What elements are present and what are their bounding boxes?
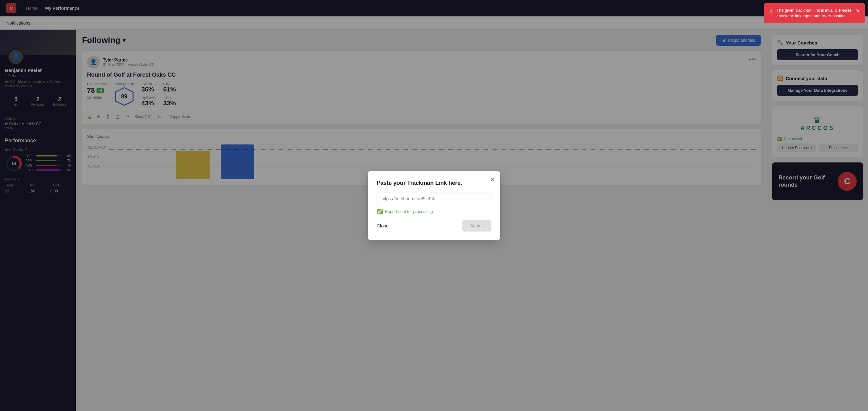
trackman-modal: Paste your Trackman Link here. ✕ ✅ Repor… bbox=[368, 171, 500, 240]
success-check-icon: ✅ bbox=[377, 209, 383, 215]
modal-close-text-button[interactable]: Close bbox=[377, 223, 389, 228]
modal-success-message: ✅ Report sent for processing bbox=[377, 209, 491, 215]
modal-actions: Close Submit bbox=[377, 220, 491, 231]
modal-title: Paste your Trackman Link here. bbox=[377, 180, 491, 186]
error-toast: ⚠ The given trackman link is invalid. Pl… bbox=[764, 3, 865, 23]
modal-close-button[interactable]: ✕ bbox=[490, 176, 495, 184]
modal-submit-button[interactable]: Submit bbox=[462, 220, 491, 231]
toast-close-button[interactable]: ✕ bbox=[856, 7, 860, 14]
trackman-link-input[interactable] bbox=[377, 192, 491, 205]
warning-icon: ⚠ bbox=[769, 8, 773, 15]
modal-overlay[interactable]: Paste your Trackman Link here. ✕ ✅ Repor… bbox=[0, 0, 868, 411]
success-text: Report sent for processing bbox=[385, 209, 433, 214]
toast-message: The given trackman link is invalid. Plea… bbox=[777, 7, 852, 19]
